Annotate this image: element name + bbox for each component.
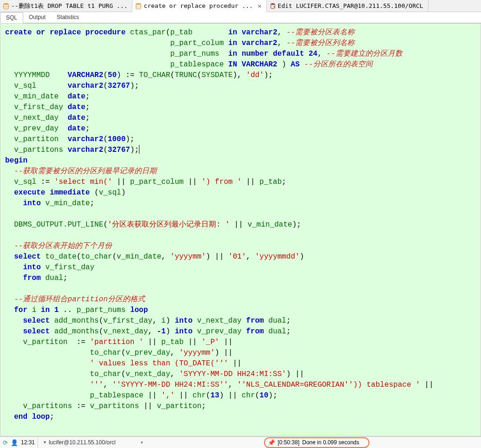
- connection-text: lucifer@10.211.55.100/orcl: [49, 439, 116, 446]
- status-bar: ⟳ 👤 12:31 ▼ lucifer@10.211.55.100/orcl ▾…: [0, 436, 481, 448]
- code-content[interactable]: create or replace procedure ctas_par(p_t…: [0, 24, 481, 426]
- file-tab-3[interactable]: Edit LUCIFER.CTAS_PAR@10.211.55.100/ORCL: [267, 0, 428, 12]
- connection-info[interactable]: ▼ lucifer@10.211.55.100/orcl ▾: [38, 439, 148, 446]
- exec-time: [0:50:38]: [278, 439, 300, 446]
- tab-sql[interactable]: SQL: [0, 12, 23, 23]
- text-cursor: [139, 145, 139, 154]
- caret-down-icon: ▼: [43, 440, 47, 445]
- edit-icon: [270, 3, 276, 9]
- file-tab-label: create or replace procedur ...: [144, 2, 253, 9]
- close-icon[interactable]: ×: [257, 2, 261, 10]
- file-tab-bar: --删除t1表 DROP TABLE t1 PURG ... create or…: [0, 0, 481, 12]
- database-icon: [3, 3, 9, 9]
- file-tab-label: Edit LUCIFER.CTAS_PAR@10.211.55.100/ORCL: [278, 2, 423, 9]
- exec-msg: Done in 0.099 seconds: [302, 439, 359, 446]
- svg-point-0: [4, 3, 9, 5]
- tab-output[interactable]: Output: [23, 12, 51, 23]
- sub-tab-bar: SQL Output Statistics: [0, 12, 481, 23]
- tab-statistics[interactable]: Statistics: [51, 12, 85, 23]
- file-tab-label: --删除t1表 DROP TABLE t1 PURG ...: [11, 2, 127, 10]
- svg-point-1: [136, 3, 141, 5]
- status-left: ⟳ 👤 12:31: [0, 437, 38, 448]
- pin-icon[interactable]: 📌: [268, 439, 275, 446]
- refresh-icon[interactable]: ⟳: [3, 439, 8, 446]
- caret-dropdown-icon[interactable]: ▾: [141, 440, 143, 445]
- svg-point-2: [270, 3, 275, 5]
- status-time: 12:31: [21, 439, 35, 446]
- sql-editor[interactable]: create or replace procedure ctas_par(p_t…: [0, 23, 481, 436]
- execution-status: 📌 [0:50:38] Done in 0.099 seconds: [264, 437, 369, 448]
- user-icon: 👤: [11, 439, 18, 446]
- file-tab-1[interactable]: --删除t1表 DROP TABLE t1 PURG ...: [0, 0, 132, 12]
- database-icon: [135, 3, 142, 9]
- file-tab-2[interactable]: create or replace procedur ... ×: [132, 0, 266, 12]
